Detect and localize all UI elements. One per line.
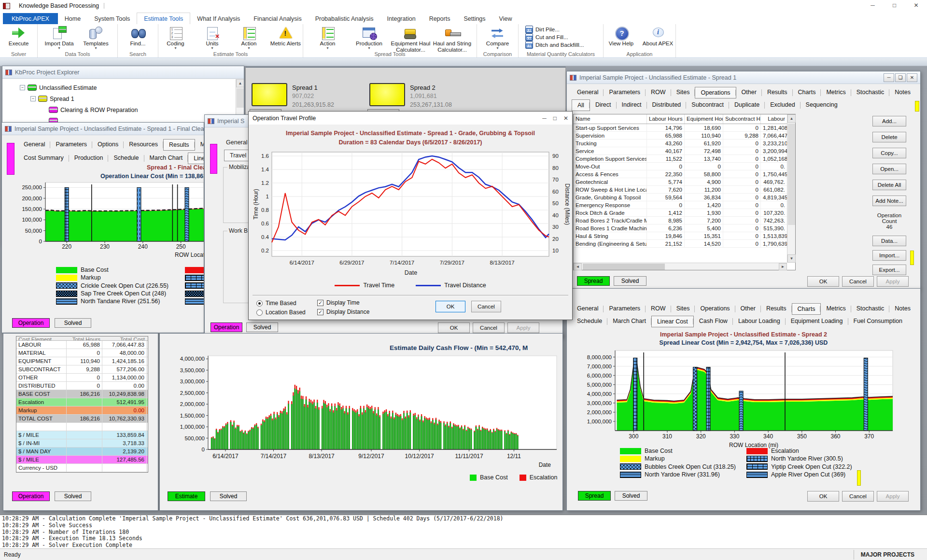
tab[interactable]: Linear Cost (651, 316, 694, 327)
tab[interactable]: Parameters (604, 87, 646, 98)
tab[interactable]: General (18, 139, 50, 151)
tab[interactable]: Duplicate (729, 99, 765, 111)
ribbon-button[interactable]: Find... (120, 26, 156, 47)
tab[interactable]: Fuel Consumption (848, 316, 908, 327)
table-row[interactable]: Bending (Engineering & Setup) 21,152 14,… (574, 240, 795, 248)
table-vscrollbar[interactable]: ▲ ▼ (787, 114, 795, 263)
ribbon-button[interactable]: Units▾ (194, 26, 231, 50)
tab[interactable]: Resources (124, 139, 163, 151)
cancel-button[interactable]: Cancel (842, 491, 874, 502)
maximize-button[interactable]: □ (553, 115, 557, 122)
apply-button[interactable]: Apply (877, 276, 909, 287)
tab[interactable]: Other (736, 87, 762, 98)
tab[interactable]: General (226, 139, 247, 146)
ribbon-tab[interactable]: System Tools (87, 13, 137, 24)
tree-expand-toggle[interactable]: − (30, 96, 36, 101)
status-chip[interactable]: Solved (615, 491, 647, 501)
tab[interactable]: March Chart (607, 316, 651, 327)
ribbon-tab[interactable]: KbProc.APEX (3, 13, 58, 24)
tab[interactable]: General (572, 303, 604, 315)
table-action-button[interactable]: Data... (872, 236, 906, 246)
close-button[interactable]: ✕ (905, 0, 927, 12)
close-button[interactable]: ✕ (563, 115, 568, 122)
ribbon-button[interactable]: Compare▾ (479, 26, 516, 50)
apply-button[interactable]: Apply (507, 322, 539, 333)
ribbon-button[interactable]: Action▾ (307, 26, 349, 53)
tab[interactable]: Schedule (572, 316, 607, 327)
scope-chip[interactable]: Operation (12, 491, 50, 501)
table-row[interactable]: MATERIAL 0 48,000.00 (16, 349, 148, 357)
ribbon-button[interactable]: View Help (603, 26, 640, 47)
scroll-up-icon[interactable]: ▲ (236, 79, 244, 87)
table-row[interactable]: Start-up Support Services 14,796 18,690 … (574, 124, 795, 132)
table-action-button[interactable]: Export... (872, 265, 906, 275)
tab[interactable]: Distributed (647, 99, 687, 111)
table-action-button[interactable]: Delete (872, 132, 906, 142)
display-time-checkbox[interactable]: ✓ (317, 300, 323, 306)
ribbon-button[interactable]: Equipment Haul Calculator... (390, 26, 432, 53)
tab[interactable]: Production (69, 153, 109, 164)
tab[interactable]: Operations (695, 87, 736, 98)
table-row[interactable]: DISTRIBUTED 0 0.00 (16, 382, 148, 390)
scroll-left-icon[interactable]: ◄ (574, 263, 582, 270)
ribbon-button[interactable]: Templates▾ (78, 26, 114, 50)
ribbon-tab[interactable]: What If Analysis (190, 13, 247, 24)
table-row[interactable]: Currency - USD (16, 464, 148, 472)
tab[interactable]: All (572, 99, 590, 111)
tab[interactable]: Parameters (50, 139, 92, 151)
tab[interactable]: Notes (889, 303, 916, 315)
tab[interactable]: Operations (695, 303, 735, 315)
tab[interactable]: Schedule (108, 153, 144, 164)
ribbon-tab[interactable]: Reports (422, 13, 457, 24)
tab[interactable]: ROW (646, 303, 671, 315)
table-row[interactable]: OTHER 0 1,134,000.00 (16, 374, 148, 382)
status-chip[interactable]: Solved (210, 491, 247, 501)
scope-chip[interactable]: Operation (211, 322, 242, 332)
ribbon-button[interactable]: Import Data▾ (41, 26, 78, 50)
tab[interactable]: Stochastic (851, 303, 890, 315)
table-hscrollbar[interactable]: ◄ ► (574, 263, 787, 270)
ribbon-tab[interactable]: Estimate Tools (137, 13, 190, 24)
tab[interactable]: Options (92, 139, 124, 151)
table-row[interactable]: Emergency Response 0 1,420 0 0. (574, 201, 795, 209)
tab[interactable]: Subcontract (686, 99, 729, 111)
tab[interactable]: Charts (793, 87, 821, 98)
table-row[interactable]: BASE COST 186,216 10,249,838.98 (16, 390, 148, 398)
tree-expand-toggle[interactable]: − (20, 85, 25, 90)
minimize-button[interactable]: ─ (884, 73, 894, 82)
table-row[interactable] (16, 423, 148, 431)
scope-chip[interactable]: Spread (577, 276, 610, 286)
table-action-button[interactable]: Delete All (872, 180, 906, 190)
scroll-down-icon[interactable]: ▼ (787, 254, 796, 263)
tab[interactable]: Stochastic (851, 87, 890, 98)
tab[interactable]: Indirect (617, 99, 647, 111)
tab[interactable]: Notes (889, 87, 916, 98)
ok-button[interactable]: OK (807, 491, 839, 502)
tab[interactable]: ROW (646, 87, 671, 98)
maximize-button[interactable]: □ (884, 0, 905, 12)
table-row[interactable]: LABOUR 65,988 7,066,447.83 (16, 341, 148, 349)
tree-item[interactable]: − Unclassified Estimate (20, 82, 244, 93)
tab[interactable]: Metrics (821, 87, 851, 98)
table-row[interactable]: Road Bores 1 Cradle Machine 6,236 5,400 … (574, 224, 795, 232)
scope-chip[interactable]: Operation (12, 318, 50, 328)
table-row[interactable]: Move-Out 0 0 0 0. (574, 163, 795, 170)
tab[interactable]: Labour Loading (733, 316, 786, 327)
tree-item[interactable]: Clearing & ROW Preparation (41, 104, 244, 115)
tab[interactable]: March Chart (144, 153, 188, 164)
tab[interactable]: Cost Summary (18, 153, 69, 164)
table-row[interactable]: Rock Ditch & Grade 1,412 1,930 0 107,320… (574, 209, 795, 217)
table-action-button[interactable]: Open... (872, 164, 906, 174)
ribbon-tab[interactable]: Financial Analysis (247, 13, 308, 24)
restore-button[interactable]: ❏ (895, 73, 906, 82)
scroll-thumb[interactable] (583, 264, 665, 270)
status-chip[interactable]: Solved (55, 491, 91, 501)
scroll-up-icon[interactable]: ▲ (787, 114, 796, 123)
scope-chip[interactable]: Spread (578, 491, 611, 501)
table-action-button[interactable]: Import... (872, 250, 906, 261)
ribbon-button[interactable]: Execute (0, 26, 37, 47)
ribbon-button[interactable]: Coding▾ (157, 26, 194, 50)
ribbon-tab[interactable]: Probabalistic Analysis (309, 13, 380, 24)
table-row[interactable]: Road Bores 2 Track/Cradle M... 8,985 7,2… (574, 217, 795, 224)
table-row[interactable]: $ / IN-MI 3,718.33 (16, 439, 148, 448)
